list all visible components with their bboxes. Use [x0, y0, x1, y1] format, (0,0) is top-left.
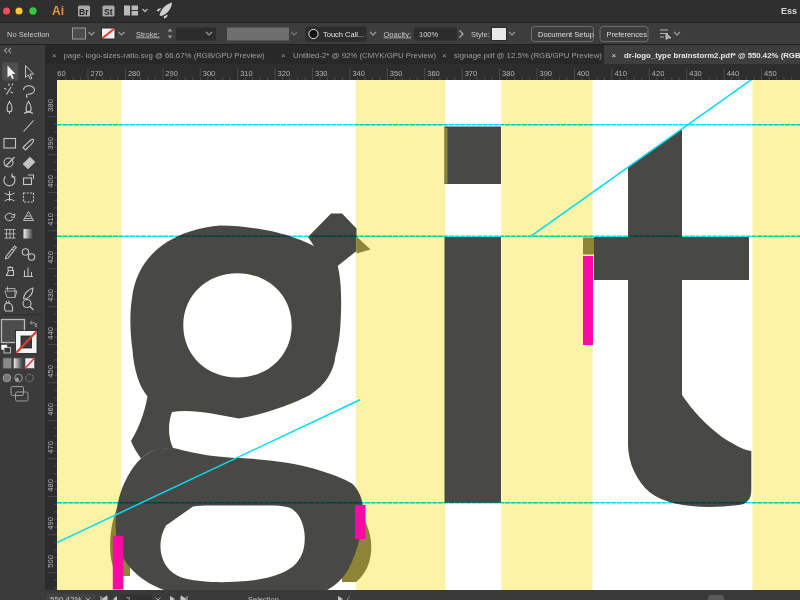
svg-text:400: 400 [47, 175, 56, 188]
svg-text:450: 450 [764, 69, 777, 78]
svg-text:470: 470 [47, 441, 56, 454]
svg-text:100%: 100% [419, 30, 439, 39]
svg-text:460: 460 [47, 403, 56, 416]
svg-text:×: × [612, 51, 617, 60]
svg-text:Touch Call...: Touch Call... [323, 30, 364, 39]
svg-text:Ess: Ess [781, 6, 797, 16]
svg-text:420: 420 [652, 69, 665, 78]
svg-text:490: 490 [47, 517, 56, 530]
svg-text:380: 380 [47, 99, 56, 112]
svg-text:signage.pdf @ 12.5% (RGB/GPU P: signage.pdf @ 12.5% (RGB/GPU Preview) [454, 51, 602, 60]
svg-text:340: 340 [352, 69, 365, 78]
svg-text:450: 450 [47, 365, 56, 378]
svg-text:Document Setup: Document Setup [538, 30, 594, 39]
svg-text:×: × [442, 51, 447, 60]
svg-text:480: 480 [47, 479, 56, 492]
svg-text:330: 330 [315, 69, 328, 78]
svg-text:dr-logo_type brainstorm2.pdf*: dr-logo_type brainstorm2.pdf* @ 550.42% … [624, 51, 800, 60]
svg-text:350: 350 [390, 69, 403, 78]
svg-text:Style:: Style: [471, 30, 490, 39]
svg-text:410: 410 [47, 213, 56, 226]
svg-text:290: 290 [165, 69, 178, 78]
svg-text:420: 420 [47, 251, 56, 264]
svg-text:Br: Br [79, 7, 89, 17]
svg-text:Ai: Ai [52, 4, 64, 18]
svg-text:Opacity:: Opacity: [384, 30, 412, 39]
svg-text:380: 380 [502, 69, 515, 78]
svg-text:310: 310 [240, 69, 253, 78]
svg-text:×: × [281, 51, 286, 60]
svg-text:390: 390 [540, 69, 553, 78]
svg-text:No Selection: No Selection [7, 30, 50, 39]
svg-text:550.42%: 550.42% [50, 595, 82, 600]
svg-text:Preferences: Preferences [607, 30, 648, 39]
svg-text:300: 300 [203, 69, 216, 78]
svg-text:410: 410 [614, 69, 627, 78]
svg-text:×: × [52, 51, 57, 60]
svg-text:320: 320 [278, 69, 291, 78]
svg-text:430: 430 [689, 69, 702, 78]
svg-text:Selection: Selection [248, 595, 279, 600]
svg-text:page- logo-sizes-ratio.svg @ 6: page- logo-sizes-ratio.svg @ 66.67% (RGB… [64, 51, 266, 60]
svg-text:St: St [104, 7, 113, 17]
svg-text:440: 440 [47, 327, 56, 340]
svg-text:Untitled-2* @ 92% (CMYK/GPU Pr: Untitled-2* @ 92% (CMYK/GPU Preview) [293, 51, 437, 60]
svg-text:440: 440 [727, 69, 740, 78]
svg-text:360: 360 [427, 69, 440, 78]
svg-text:390: 390 [47, 137, 56, 150]
svg-text:400: 400 [577, 69, 590, 78]
svg-text:2: 2 [126, 595, 130, 600]
svg-text:280: 280 [128, 69, 141, 78]
svg-text:270: 270 [91, 69, 104, 78]
svg-text:370: 370 [465, 69, 478, 78]
svg-text:500: 500 [47, 555, 56, 568]
svg-text:430: 430 [47, 289, 56, 302]
svg-text:Stroke:: Stroke: [136, 30, 160, 39]
